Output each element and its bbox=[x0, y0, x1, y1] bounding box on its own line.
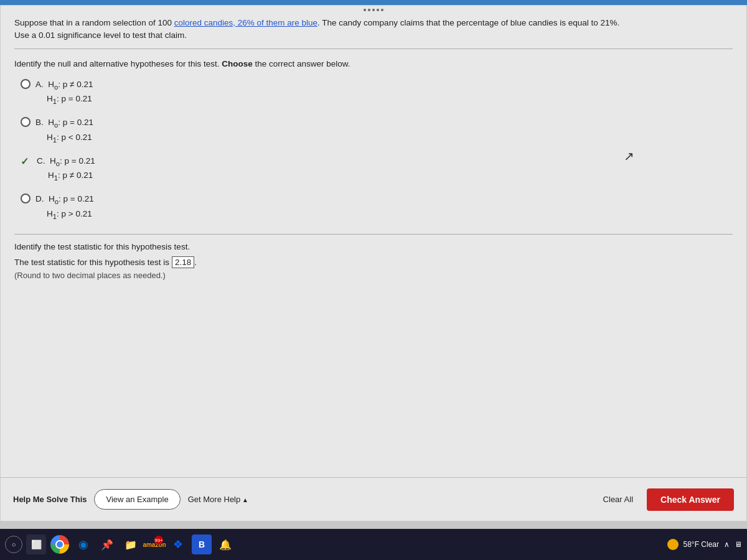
chrome-icon bbox=[50, 535, 69, 554]
test-stat-intro: The test statistic for this hypothesis t… bbox=[14, 258, 169, 267]
taskbar-right: 58°F Clear ∧ 🖥 bbox=[667, 539, 743, 550]
b-icon: B bbox=[199, 539, 205, 549]
option-a-radio[interactable] bbox=[21, 79, 31, 91]
clear-all-button[interactable]: Clear All bbox=[597, 495, 639, 504]
option-c-radio[interactable] bbox=[21, 156, 32, 167]
temperature-display: 58°F Clear bbox=[684, 540, 720, 549]
bell-icon: 🔔 bbox=[219, 539, 232, 551]
radio-a[interactable] bbox=[21, 79, 31, 89]
option-a-label: A. Ho: p ≠ 0.21 H1: p = 0.21 bbox=[35, 78, 93, 107]
top-toolbar bbox=[0, 0, 747, 5]
taskbar-dropbox[interactable]: ❖ bbox=[168, 534, 188, 554]
option-d-h0: Ho: p = 0.21 bbox=[49, 194, 94, 203]
taskbar: ○ ⬜ ◉ 📌 📁 amazon 99+ ❖ B 🔔 58°F Cle bbox=[0, 529, 747, 560]
choose-label: Choose bbox=[222, 59, 253, 68]
sun-icon bbox=[667, 539, 679, 550]
section-title: Identify the null and alternative hypoth… bbox=[14, 58, 733, 70]
option-d-row[interactable]: D. Ho: p = 0.21 H1: p > 0.21 bbox=[21, 192, 733, 222]
dot-indicator bbox=[364, 9, 383, 11]
view-example-button[interactable]: View an Example bbox=[94, 489, 180, 510]
section-suffix: the correct answer below. bbox=[255, 59, 350, 68]
option-a-h0: Ho: p ≠ 0.21 bbox=[48, 80, 93, 89]
test-stat-input[interactable]: 2.18 bbox=[172, 256, 194, 268]
radio-d[interactable] bbox=[21, 194, 31, 203]
taskbar-amazon[interactable]: amazon 99+ bbox=[144, 534, 164, 554]
notification-badge: 99+ bbox=[154, 536, 163, 544]
option-b-radio[interactable] bbox=[21, 117, 31, 129]
question-text: Suppose that in a random selection of 10… bbox=[14, 17, 733, 49]
radio-b[interactable] bbox=[21, 117, 31, 127]
taskbar-edge[interactable]: ◉ bbox=[73, 534, 93, 554]
option-a-row[interactable]: A. Ho: p ≠ 0.21 H1: p = 0.21 bbox=[21, 78, 733, 107]
search-icon: ⬜ bbox=[31, 539, 42, 549]
bottom-action-bar: Help Me Solve This View an Example Get M… bbox=[1, 477, 746, 521]
option-b-label: B. Ho: p = 0.21 H1: p < 0.21 bbox=[35, 116, 93, 145]
option-d-label: D. Ho: p = 0.21 H1: p > 0.21 bbox=[35, 192, 94, 222]
taskbar-search[interactable]: ⬜ bbox=[26, 534, 46, 554]
highlight-text: colored candies, 26% of them are blue bbox=[174, 18, 317, 27]
option-c-h0: Ho: p = 0.21 bbox=[50, 156, 95, 166]
section-label-text: Identify the null and alternative hypoth… bbox=[14, 59, 219, 68]
system-tray-up[interactable]: ∧ bbox=[724, 540, 730, 549]
option-c-row[interactable]: C. Ho: p = 0.21 H1: p ≠ 0.21 bbox=[21, 154, 733, 184]
taskbar-notification[interactable]: 🔔 bbox=[215, 534, 235, 554]
option-d-radio[interactable] bbox=[21, 194, 31, 205]
get-more-help-button[interactable]: Get More Help bbox=[188, 495, 248, 504]
help-me-solve-link[interactable]: Help Me Solve This bbox=[13, 495, 87, 504]
taskbar-start-icon: ○ bbox=[12, 541, 16, 548]
round-note: (Round to two decimal places as needed.) bbox=[14, 271, 733, 280]
taskbar-start[interactable]: ○ bbox=[5, 536, 22, 553]
pin-icon: 📌 bbox=[101, 539, 113, 551]
test-stat-line: The test statistic for this hypothesis t… bbox=[14, 256, 733, 268]
taskbar-files[interactable]: 📁 bbox=[121, 534, 141, 554]
option-b-h0: Ho: p = 0.21 bbox=[48, 118, 93, 127]
taskbar-b-app[interactable]: B bbox=[192, 534, 212, 554]
options-container: A. Ho: p ≠ 0.21 H1: p = 0.21 B. Ho: p = … bbox=[21, 78, 733, 222]
option-b-h1: H1: p < 0.21 bbox=[47, 133, 92, 142]
test-stat-title: Identify the test statistic for this hyp… bbox=[14, 242, 733, 251]
option-d-h1: H1: p > 0.21 bbox=[47, 209, 92, 218]
check-answer-button[interactable]: Check Answer bbox=[647, 488, 734, 511]
taskbar-chrome[interactable] bbox=[50, 534, 70, 554]
option-c-h1: H1: p ≠ 0.21 bbox=[48, 170, 93, 180]
option-c-label: C. Ho: p = 0.21 H1: p ≠ 0.21 bbox=[37, 154, 95, 184]
system-tray-icons: 🖥 bbox=[735, 540, 742, 549]
folder-icon: 📁 bbox=[125, 539, 137, 551]
check-mark-c bbox=[21, 156, 32, 167]
test-statistic-section: Identify the test statistic for this hyp… bbox=[14, 234, 733, 280]
option-a-h1: H1: p = 0.21 bbox=[47, 94, 92, 103]
edge-icon: ◉ bbox=[78, 538, 88, 551]
question-text-part2: Use a 0.01 significance level to test th… bbox=[14, 30, 187, 40]
dropbox-icon: ❖ bbox=[173, 538, 183, 551]
option-b-row[interactable]: B. Ho: p = 0.21 H1: p < 0.21 bbox=[21, 116, 733, 145]
taskbar-pin[interactable]: 📌 bbox=[97, 534, 117, 554]
